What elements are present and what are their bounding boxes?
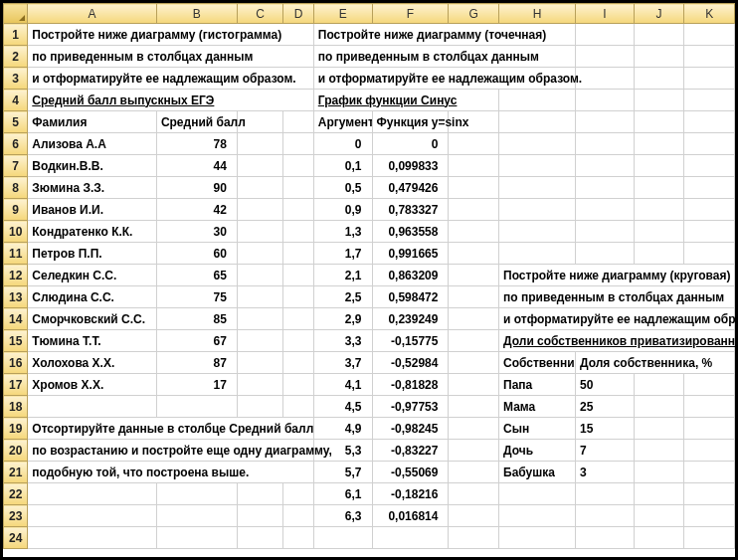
col-header-B[interactable]: B [156, 4, 237, 24]
row[interactable]: 2 по приведенным в столбцах данным по пр… [4, 46, 735, 68]
cell[interactable] [684, 440, 735, 462]
cell[interactable]: Постройте ниже диаграмму (точечная) [313, 24, 575, 46]
row[interactable]: 18 4,5 -0,97753 Мама 25 [4, 396, 735, 418]
cell[interactable] [684, 111, 735, 133]
cell[interactable] [283, 330, 313, 352]
cell[interactable]: 3,3 [313, 330, 372, 352]
cell[interactable]: Средний балл [156, 111, 237, 133]
cell[interactable]: 1,7 [313, 243, 372, 265]
row[interactable]: 3 и отформатируйте ее надлежащим образом… [4, 68, 735, 90]
cell[interactable] [237, 133, 283, 155]
cell[interactable] [449, 505, 499, 527]
cell[interactable] [575, 155, 634, 177]
row[interactable]: 12 Селедкин С.С. 65 2,1 0,863209 Построй… [4, 265, 735, 286]
row-header[interactable]: 5 [4, 111, 28, 133]
cell[interactable]: 44 [156, 155, 237, 177]
cell[interactable] [634, 440, 684, 462]
cell[interactable]: 0 [313, 133, 372, 155]
cell[interactable]: Сын [499, 418, 576, 440]
cell[interactable] [634, 374, 684, 396]
cell[interactable]: Водкин.В.В. [28, 155, 157, 177]
cell[interactable] [684, 418, 735, 440]
row-header[interactable]: 18 [4, 396, 28, 418]
row[interactable]: 5 Фамилия Средний балл Аргумент х Функци… [4, 111, 735, 133]
row-header[interactable]: 24 [4, 527, 28, 549]
col-header-D[interactable]: D [283, 4, 313, 24]
cell[interactable] [28, 527, 157, 549]
cell[interactable]: 3 [575, 462, 634, 483]
row[interactable]: 6 Ализова А.А 78 0 0 [4, 133, 735, 155]
cell[interactable] [499, 90, 576, 111]
spreadsheet[interactable]: A B C D E F G H I J K 1 Постройте ниже д… [3, 3, 735, 557]
row-header[interactable]: 23 [4, 505, 28, 527]
row-header[interactable]: 2 [4, 46, 28, 68]
cell[interactable] [283, 527, 313, 549]
cell[interactable] [283, 265, 313, 286]
cell[interactable] [156, 483, 237, 505]
cell[interactable] [28, 396, 157, 418]
row[interactable]: 14 Сморчковский С.С. 85 2,9 0,239249 и о… [4, 308, 735, 330]
cell[interactable]: по приведенным в столбцах данным [313, 46, 575, 68]
cell[interactable] [499, 199, 576, 221]
cell[interactable] [237, 505, 283, 527]
select-all-corner[interactable] [4, 4, 28, 24]
cell[interactable] [237, 286, 283, 308]
cell[interactable]: -0,83227 [372, 440, 449, 462]
cell[interactable] [283, 308, 313, 330]
cell[interactable]: 0,239249 [372, 308, 449, 330]
cell[interactable] [684, 527, 735, 549]
cell[interactable]: 0,016814 [372, 505, 449, 527]
cell[interactable]: Бабушка [499, 462, 576, 483]
cell[interactable] [449, 177, 499, 199]
cell[interactable] [684, 133, 735, 155]
cell[interactable] [634, 199, 684, 221]
cell[interactable] [575, 527, 634, 549]
cell[interactable] [237, 177, 283, 199]
cell[interactable]: Функция y=sinx [372, 111, 449, 133]
grid-body[interactable]: 1 Постройте ниже диаграмму (гистограмма)… [4, 24, 735, 549]
cell[interactable] [634, 396, 684, 418]
cell[interactable]: График функции Синус [313, 90, 498, 111]
row[interactable]: 22 6,1 -0,18216 [4, 483, 735, 505]
row[interactable]: 10 Кондратенко К.К. 30 1,3 0,963558 [4, 221, 735, 243]
cell[interactable] [283, 221, 313, 243]
cell[interactable] [575, 111, 634, 133]
row[interactable]: 24 [4, 527, 735, 549]
cell[interactable] [156, 396, 237, 418]
row[interactable]: 4 Средний балл выпускных ЕГЭ График функ… [4, 90, 735, 111]
cell[interactable] [449, 286, 499, 308]
row-header[interactable]: 19 [4, 418, 28, 440]
cell[interactable]: Доли собственников приватизированной ква… [499, 330, 735, 352]
cell[interactable] [237, 396, 283, 418]
cell[interactable] [634, 111, 684, 133]
cell[interactable] [237, 483, 283, 505]
cell[interactable]: 75 [156, 286, 237, 308]
cell[interactable] [283, 396, 313, 418]
row[interactable]: 13 Слюдина С.С. 75 2,5 0,598472 по приве… [4, 286, 735, 308]
cell[interactable] [634, 24, 684, 46]
cell[interactable] [449, 374, 499, 396]
cell[interactable] [634, 133, 684, 155]
row-header[interactable]: 22 [4, 483, 28, 505]
cell[interactable]: 17 [156, 374, 237, 396]
cell[interactable]: и отформатируйте ее надлежащим образом. [313, 68, 575, 90]
cell[interactable] [634, 462, 684, 483]
row-header[interactable]: 15 [4, 330, 28, 352]
cell[interactable]: Холохова Х.Х. [28, 352, 157, 374]
row-header[interactable]: 14 [4, 308, 28, 330]
cell[interactable]: 0 [372, 133, 449, 155]
cell[interactable]: Слюдина С.С. [28, 286, 157, 308]
cell[interactable] [156, 527, 237, 549]
cell[interactable]: Постройте ниже диаграмму (круговая) [499, 265, 735, 286]
cell[interactable]: 0,1 [313, 155, 372, 177]
row[interactable]: 17 Хромов Х.Х. 17 4,1 -0,81828 Папа 50 [4, 374, 735, 396]
cell[interactable] [575, 243, 634, 265]
cell[interactable] [449, 155, 499, 177]
cell[interactable]: 7 [575, 440, 634, 462]
cell[interactable] [449, 440, 499, 462]
cell[interactable]: 6,1 [313, 483, 372, 505]
cell[interactable] [634, 527, 684, 549]
cell[interactable] [684, 177, 735, 199]
row[interactable]: 23 6,3 0,016814 [4, 505, 735, 527]
col-header-C[interactable]: C [237, 4, 283, 24]
